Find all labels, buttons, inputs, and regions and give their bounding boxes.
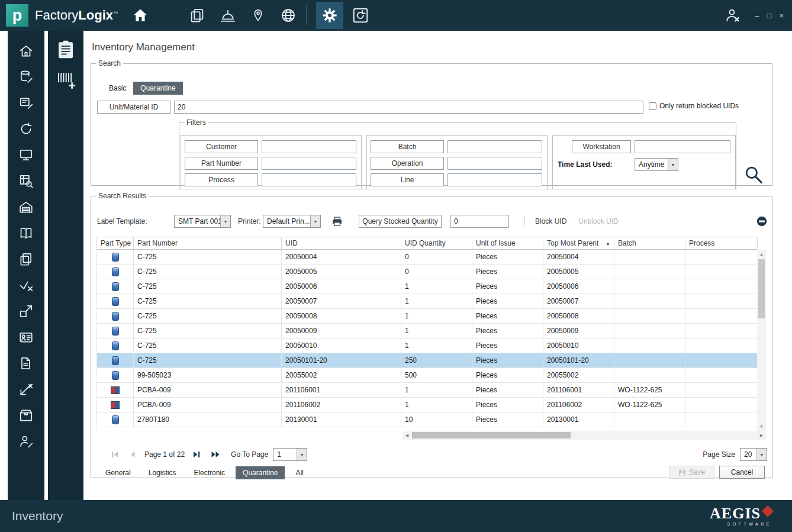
table-row[interactable]: C-725200500101Pieces20050010: [97, 338, 757, 353]
process-filter-input[interactable]: [262, 173, 356, 186]
restore-nav-button[interactable]: [352, 7, 369, 24]
last-page-button[interactable]: [210, 449, 221, 460]
sidebar-item-data-grid-search[interactable]: [17, 172, 36, 190]
batch-filter-input[interactable]: [447, 140, 542, 153]
sidebar-item-home[interactable]: [17, 41, 36, 60]
table-row[interactable]: PCBA-0092011060011Pieces201106001WO-1122…: [97, 383, 757, 398]
table-row[interactable]: 2780T1802013000110Pieces20130001: [97, 412, 757, 427]
sidebar-item-barcode-add[interactable]: [54, 67, 78, 91]
search-tab-quarantine[interactable]: Quarantine: [133, 82, 182, 95]
column-header-unit-of-issue[interactable]: Unit of Issue: [472, 237, 543, 249]
sidebar-item-document-edit[interactable]: [17, 354, 36, 372]
column-header-top-most-parent[interactable]: Top Most Parent▲: [543, 237, 614, 249]
part-number-filter-button[interactable]: Part Number: [185, 157, 258, 170]
view-tab-all[interactable]: All: [288, 466, 310, 479]
tracking-nav-button[interactable]: [250, 8, 266, 23]
sidebar-item-copy[interactable]: [17, 250, 36, 268]
view-tab-quarantine[interactable]: Quarantine: [236, 466, 285, 479]
column-header-uid[interactable]: UID: [282, 237, 401, 249]
scroll-up-arrow[interactable]: ▲: [757, 250, 766, 259]
settings-nav-button-active[interactable]: [316, 2, 343, 29]
table-row[interactable]: C-725200500091Pieces20050009: [97, 324, 757, 338]
table-row[interactable]: C-725200500050Pieces20050005: [97, 265, 757, 279]
scroll-left-arrow[interactable]: ◀: [403, 431, 411, 440]
sidebar-item-warehouse[interactable]: [17, 198, 36, 216]
sidebar-item-design-ruler[interactable]: [17, 380, 36, 398]
view-tab-general[interactable]: General: [98, 466, 138, 479]
batch-filter-button[interactable]: Batch: [371, 140, 444, 153]
table-row[interactable]: C-725200500061Pieces20050006: [97, 279, 757, 294]
chevron-down-icon: ▼: [297, 449, 307, 460]
home-nav-button[interactable]: [132, 7, 149, 24]
table-row[interactable]: C-725200500040Pieces20050004: [97, 250, 757, 265]
horizontal-scroll-thumb[interactable]: [412, 432, 571, 439]
go-to-page-dropdown[interactable]: 1 ▼: [273, 448, 307, 461]
time-last-used-dropdown[interactable]: Anytime ▼: [635, 158, 678, 171]
table-row[interactable]: PCBA-0092011060021Pieces201106002WO-1122…: [97, 398, 757, 412]
user-logoff-button[interactable]: [724, 7, 741, 24]
line-filter-button[interactable]: Line: [371, 173, 444, 186]
next-page-button[interactable]: [191, 449, 202, 460]
line-filter-input[interactable]: [447, 173, 542, 186]
only-blocked-uids-checkbox[interactable]: [649, 102, 656, 110]
unit-material-id-button[interactable]: Unit/Material ID: [97, 101, 170, 114]
sidebar-item-user-help[interactable]: [17, 432, 36, 450]
table-cell: 1: [401, 383, 472, 397]
column-header-batch[interactable]: Batch: [614, 237, 685, 249]
stocked-quantity-input[interactable]: [450, 215, 509, 228]
sidebar-item-history[interactable]: [17, 120, 36, 138]
operation-filter-button[interactable]: Operation: [371, 157, 444, 170]
view-tab-electronic[interactable]: Electronic: [186, 466, 232, 479]
minimize-button[interactable]: –: [755, 12, 759, 20]
process-filter-button[interactable]: Process: [185, 173, 258, 186]
close-button[interactable]: ×: [779, 12, 784, 20]
column-header-uid-quantity[interactable]: UID Quantity: [401, 237, 472, 249]
chevron-down-icon: ▼: [310, 215, 320, 227]
customer-filter-button[interactable]: Customer: [185, 140, 258, 153]
vertical-scroll-thumb[interactable]: [758, 259, 765, 318]
operation-filter-input[interactable]: [447, 157, 542, 170]
sidebar-item-template-design[interactable]: [17, 93, 36, 112]
first-page-icon: [111, 450, 119, 459]
sidebar-item-id-badge[interactable]: [17, 328, 36, 346]
scroll-down-arrow[interactable]: ▼: [757, 422, 766, 431]
run-search-button[interactable]: [743, 165, 764, 185]
table-row[interactable]: 99-50502320055002500Pieces20055002: [97, 368, 757, 383]
sidebar-item-transfer[interactable]: [17, 302, 36, 320]
table-row[interactable]: C-725200500071Pieces20050007: [97, 294, 757, 309]
blocked-indicator-button[interactable]: [756, 216, 767, 227]
horizontal-scrollbar[interactable]: ◀ ▶: [403, 431, 766, 440]
sidebar-item-verify[interactable]: [17, 276, 36, 294]
sidebar-item-package[interactable]: [17, 406, 36, 424]
column-header-part-type[interactable]: Part Type: [97, 237, 134, 249]
query-stocked-quantity-button[interactable]: Query Stocked Quantity: [359, 215, 442, 228]
maximize-button[interactable]: □: [767, 12, 772, 20]
column-header-part-number[interactable]: Part Number: [134, 237, 282, 249]
sidebar-item-documentation[interactable]: [17, 224, 36, 242]
print-button[interactable]: [331, 215, 343, 228]
sidebar-item-database-edit[interactable]: [17, 67, 36, 86]
scroll-right-arrow[interactable]: ▶: [757, 431, 766, 440]
table-row[interactable]: C-725200500081Pieces20050008: [97, 309, 757, 324]
table-row[interactable]: C-72520050101-20250Pieces20050101-20: [97, 353, 757, 368]
web-nav-button[interactable]: [280, 7, 297, 24]
block-uid-button[interactable]: Block UID: [535, 217, 566, 225]
part-number-filter-input[interactable]: [262, 157, 356, 170]
copy-pages-icon: [18, 252, 34, 267]
documents-nav-button[interactable]: [189, 7, 205, 24]
unit-material-id-input[interactable]: [174, 101, 643, 114]
cancel-button[interactable]: Cancel: [719, 466, 765, 479]
sidebar-item-inventory-lists-active[interactable]: [54, 38, 78, 62]
sidebar-item-workstation[interactable]: [17, 146, 36, 164]
column-header-process[interactable]: Process: [685, 237, 758, 249]
workstation-filter-button[interactable]: Workstation: [572, 140, 631, 153]
vertical-scrollbar[interactable]: ▲ ▼: [757, 250, 766, 431]
production-nav-button[interactable]: [220, 7, 236, 24]
label-template-dropdown[interactable]: SMT Part 001 ▼: [174, 215, 231, 228]
search-tab-basic[interactable]: Basic: [102, 82, 133, 95]
customer-filter-input[interactable]: [262, 140, 356, 153]
printer-dropdown[interactable]: Default Prin... ▼: [263, 215, 321, 228]
page-size-dropdown[interactable]: 20 ▼: [740, 448, 767, 461]
view-tab-logistics[interactable]: Logistics: [141, 466, 183, 479]
workstation-filter-input[interactable]: [635, 140, 730, 153]
